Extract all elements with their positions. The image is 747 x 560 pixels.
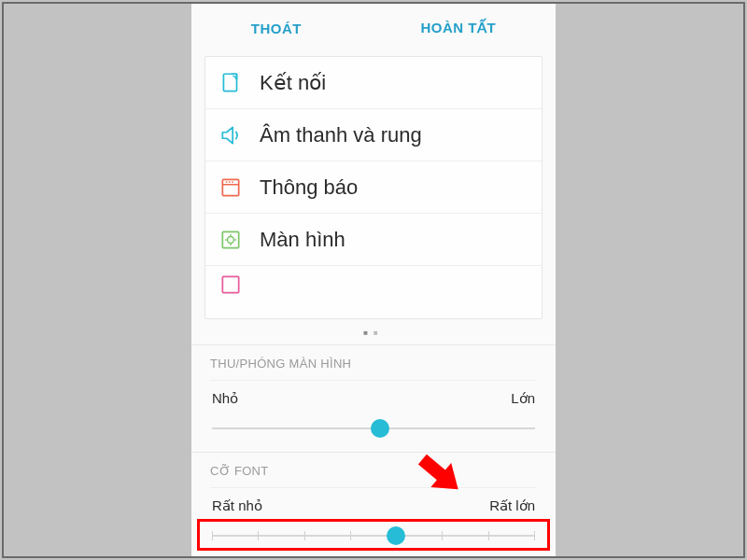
- display-icon: [218, 228, 243, 252]
- zoom-thumb[interactable]: [371, 419, 389, 438]
- zoom-max-label: Lớn: [511, 390, 535, 407]
- zoom-range-labels: Nhỏ Lớn: [210, 390, 537, 407]
- list-item[interactable]: Thông báo: [205, 161, 542, 214]
- svg-point-3: [226, 181, 228, 183]
- list-item-label: Thông báo: [260, 175, 358, 200]
- font-title: CỠ FONT: [210, 464, 537, 488]
- font-section: CỠ FONT Rất nhỏ Rất lớn: [191, 452, 556, 546]
- font-max-label: Rất lớn: [489, 497, 535, 514]
- svg-point-7: [228, 236, 234, 243]
- screenshot-frame: THOÁT HOÀN TẤT Kết nối Âm thanh và rung: [2, 2, 745, 558]
- sound-icon: [218, 123, 243, 147]
- zoom-section: THU/PHÓNG MÀN HÌNH Nhỏ Lớn: [191, 344, 556, 439]
- svg-rect-12: [222, 276, 238, 292]
- top-bar: THOÁT HOÀN TẤT: [191, 4, 556, 52]
- zoom-min-label: Nhỏ: [212, 390, 238, 407]
- svg-rect-6: [222, 231, 238, 247]
- font-range-labels: Rất nhỏ Rất lớn: [210, 497, 537, 514]
- svg-point-4: [229, 181, 231, 183]
- font-min-label: Rất nhỏ: [212, 497, 262, 514]
- list-item-label: Kết nối: [260, 71, 326, 95]
- font-slider[interactable]: [212, 525, 535, 546]
- connections-icon: [218, 71, 243, 95]
- list-item[interactable]: Kết nối: [205, 57, 542, 109]
- zoom-title: THU/PHÓNG MÀN HÌNH: [210, 357, 537, 381]
- cancel-button[interactable]: THOÁT: [251, 21, 302, 36]
- wallpaper-icon: [218, 273, 243, 297]
- list-item[interactable]: [205, 266, 542, 303]
- list-item[interactable]: Màn hình: [205, 214, 542, 266]
- zoom-slider[interactable]: [212, 418, 535, 439]
- done-button[interactable]: HOÀN TẤT: [421, 20, 497, 36]
- font-thumb[interactable]: [387, 526, 405, 545]
- page-indicator: ■■: [191, 329, 556, 337]
- svg-point-5: [232, 181, 233, 183]
- notifications-icon: [218, 175, 243, 200]
- list-item-label: Màn hình: [260, 228, 345, 252]
- list-item-label: Âm thanh và rung: [260, 123, 422, 147]
- settings-preview-card: Kết nối Âm thanh và rung Thông báo: [204, 56, 543, 319]
- list-item[interactable]: Âm thanh và rung: [205, 109, 542, 161]
- phone-screen: THOÁT HOÀN TẤT Kết nối Âm thanh và rung: [191, 4, 556, 556]
- svg-rect-1: [222, 179, 238, 195]
